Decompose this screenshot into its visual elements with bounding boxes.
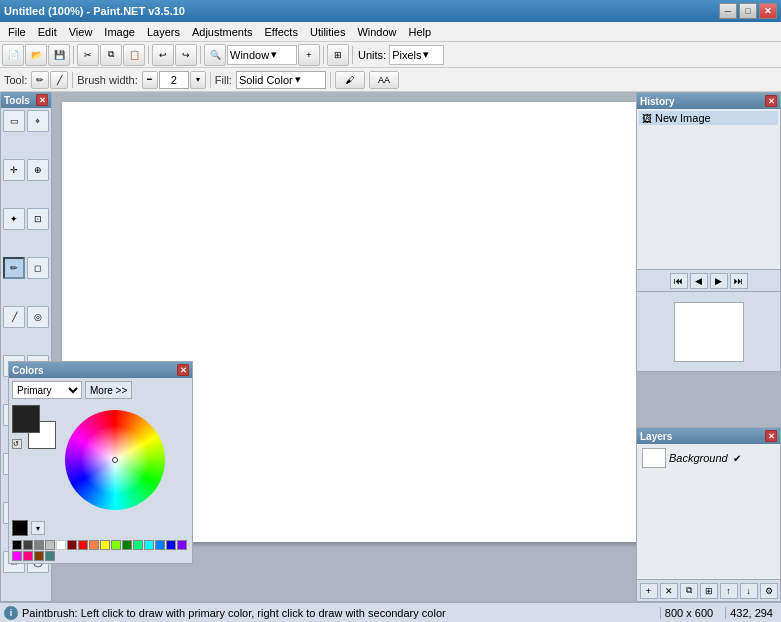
palette-swatch[interactable] [89,540,99,550]
tool-move[interactable]: ✛ [3,159,25,181]
grid-button[interactable]: ⊞ [327,44,349,66]
redo-button[interactable]: ↪ [175,44,197,66]
color-wheel[interactable] [65,410,165,510]
cut-button[interactable]: ✂ [77,44,99,66]
palette-swatch[interactable] [23,540,33,550]
new-button[interactable]: 📄 [2,44,24,66]
history-prev-button[interactable]: ◀ [690,273,708,289]
black-swatch[interactable] [12,520,28,536]
paintbrush-tool-option[interactable]: ✏ [31,71,49,89]
palette-swatch[interactable] [34,540,44,550]
tool-options-sep-2 [210,72,211,88]
history-item[interactable]: 🖼 New Image [639,111,778,125]
ink-tool-option[interactable]: ╱ [50,71,68,89]
menu-adjustments[interactable]: Adjustments [186,23,259,41]
palette-swatch[interactable] [100,540,110,550]
layer-down-button[interactable]: ↓ [740,583,758,599]
menu-image[interactable]: Image [98,23,141,41]
palette-swatch[interactable] [111,540,121,550]
tool-lasso[interactable]: ⌖ [27,110,49,132]
palette-swatch[interactable] [78,540,88,550]
color-wheel-container [60,405,170,515]
layer-delete-button[interactable]: ✕ [660,583,678,599]
colors-more-button[interactable]: More >> [85,381,132,399]
menu-utilities[interactable]: Utilities [304,23,351,41]
layer-duplicate-button[interactable]: ⧉ [680,583,698,599]
brush-width-decrease[interactable]: ━ [142,71,158,89]
tool-eraser[interactable]: ◻ [27,257,49,279]
colors-mode-dropdown[interactable]: Primary [12,381,82,399]
history-next-button[interactable]: ▶ [710,273,728,289]
layer-properties-button[interactable]: ⚙ [760,583,778,599]
close-button[interactable]: ✕ [759,3,777,19]
history-first-button[interactable]: ⏮ [670,273,688,289]
colors-title: Colors [12,365,44,376]
undo-button[interactable]: ↩ [152,44,174,66]
menu-file[interactable]: File [2,23,32,41]
palette-swatch[interactable] [12,551,22,561]
layer-visibility-check[interactable]: ✔ [731,452,743,464]
save-button[interactable]: 💾 [48,44,70,66]
tool-rectangle-select[interactable]: ▭ [3,110,25,132]
menu-help[interactable]: Help [403,23,438,41]
palette-swatch[interactable] [67,540,77,550]
tool-zoom[interactable]: ⊕ [27,159,49,181]
maximize-button[interactable]: □ [739,3,757,19]
zoom-custom-button[interactable]: + [298,44,320,66]
colors-panel-close[interactable]: ✕ [177,364,189,376]
layer-merge-button[interactable]: ⊞ [700,583,718,599]
fill-dropdown[interactable]: Solid Color ▾ [236,71,326,89]
paste-button[interactable]: 📋 [123,44,145,66]
history-header: History ✕ [637,93,780,109]
brush-width-input[interactable]: 2 [159,71,189,89]
reset-colors-button[interactable]: ↺ [12,439,22,449]
color-extra-btn[interactable]: ▾ [31,521,45,535]
menu-bar: File Edit View Image Layers Adjustments … [0,22,781,42]
menu-effects[interactable]: Effects [259,23,304,41]
tools-panel-close[interactable]: ✕ [36,94,48,106]
layers-panel-close[interactable]: ✕ [765,430,777,442]
palette-swatch[interactable] [56,540,66,550]
colors-toolbar: Primary More >> [9,378,192,402]
blend-mode-button[interactable]: 🖌 [335,71,365,89]
palette-swatch[interactable] [45,551,55,561]
palette-swatch[interactable] [23,551,33,561]
palette-swatch[interactable] [144,540,154,550]
tool-pencil[interactable]: ╱ [3,306,25,328]
brush-width-increase[interactable]: ▾ [190,71,206,89]
palette-swatch[interactable] [12,540,22,550]
palette-swatch[interactable] [34,551,44,561]
copy-button[interactable]: ⧉ [100,44,122,66]
tool-paintbrush[interactable]: ✏ [3,257,25,279]
minimize-button[interactable]: ─ [719,3,737,19]
layer-item[interactable]: Background ✔ [639,446,778,470]
status-message: Paintbrush: Left click to draw with prim… [22,607,656,619]
layer-add-button[interactable]: + [640,583,658,599]
tool-color-picker[interactable]: ◎ [27,306,49,328]
colors-header: Colors ✕ [9,362,192,378]
palette-swatch[interactable] [45,540,55,550]
tool-magic-wand[interactable]: ✦ [3,208,25,230]
layer-up-button[interactable]: ↑ [720,583,738,599]
tool-crop[interactable]: ⊡ [27,208,49,230]
history-content: 🖼 New Image [637,109,780,269]
zoom-in-button[interactable]: 🔍 [204,44,226,66]
palette-swatch[interactable] [155,540,165,550]
palette-swatch[interactable] [122,540,132,550]
palette-swatch[interactable] [133,540,143,550]
history-last-button[interactable]: ⏭ [730,273,748,289]
menu-layers[interactable]: Layers [141,23,186,41]
palette-swatch[interactable] [166,540,176,550]
menu-view[interactable]: View [63,23,99,41]
zoom-dropdown[interactable]: Window ▾ [227,45,297,65]
foreground-color-swatch[interactable] [12,405,40,433]
palette-swatch[interactable] [177,540,187,550]
history-panel-close[interactable]: ✕ [765,95,777,107]
tools-panel-title: Tools [4,95,30,106]
menu-window[interactable]: Window [351,23,402,41]
units-dropdown[interactable]: Pixels ▾ [389,45,444,65]
antialiasing-button[interactable]: AA [369,71,399,89]
menu-edit[interactable]: Edit [32,23,63,41]
open-button[interactable]: 📂 [25,44,47,66]
layers-content: Background ✔ [637,444,780,579]
